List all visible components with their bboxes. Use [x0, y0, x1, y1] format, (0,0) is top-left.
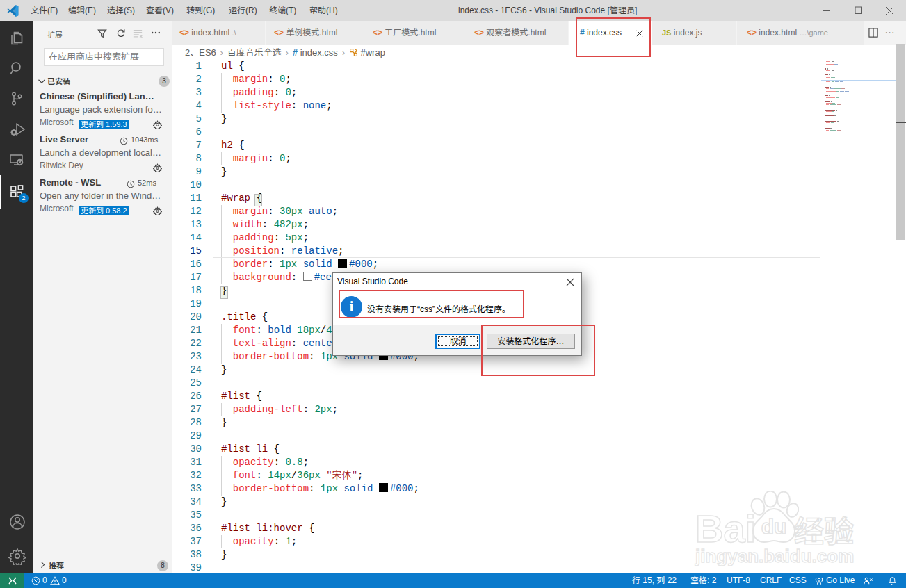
svg-text:du: du: [761, 515, 787, 538]
